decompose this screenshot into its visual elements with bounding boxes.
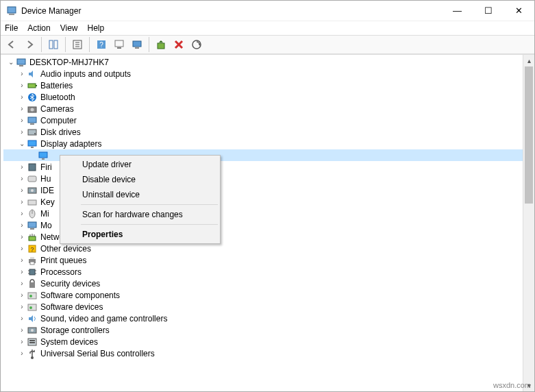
menu-action[interactable]: Action: [27, 23, 50, 33]
svg-point-34: [31, 189, 34, 192]
chevron-right-icon[interactable]: ›: [17, 163, 27, 171]
chevron-right-icon[interactable]: ›: [17, 128, 27, 136]
svg-rect-48: [30, 257, 34, 259]
maximize-button[interactable]: ☐: [473, 1, 503, 21]
chevron-right-icon[interactable]: ›: [17, 210, 27, 217]
chevron-right-icon[interactable]: ›: [17, 93, 27, 101]
svg-rect-12: [133, 41, 141, 47]
svg-rect-40: [30, 228, 34, 230]
tree-node[interactable]: ›Software devices: [3, 301, 523, 313]
chevron-right-icon[interactable]: ›: [17, 105, 27, 112]
device-category-icon: [27, 232, 38, 243]
tree-node[interactable]: ›Batteries: [3, 79, 523, 91]
chevron-right-icon[interactable]: ›: [17, 280, 27, 287]
computer-icon: [16, 57, 27, 68]
ctx-properties[interactable]: Properties: [62, 227, 219, 242]
menu-help[interactable]: Help: [88, 23, 105, 33]
tree-node[interactable]: ›Computer: [3, 114, 523, 126]
tree-node-label: Computer: [40, 116, 77, 125]
menu-view[interactable]: View: [60, 23, 78, 33]
tree-node[interactable]: ›Storage controllers: [3, 324, 523, 336]
chevron-down-icon[interactable]: ⌄: [6, 58, 16, 66]
chevron-down-icon[interactable]: ⌄: [17, 140, 27, 147]
device-category-icon: [27, 290, 38, 301]
chevron-right-icon[interactable]: ›: [17, 233, 27, 241]
scroll-up-button[interactable]: ▴: [523, 55, 534, 66]
svg-rect-55: [29, 282, 35, 288]
root-node[interactable]: ⌄ DESKTOP-MHJ7HK7: [3, 56, 523, 68]
chevron-right-icon[interactable]: ›: [17, 117, 27, 124]
device-category-icon: [27, 80, 38, 91]
device-category-icon: [38, 150, 49, 161]
chevron-right-icon[interactable]: ›: [17, 186, 27, 194]
minimize-button[interactable]: —: [442, 1, 473, 21]
svg-rect-14: [158, 43, 164, 49]
forward-button[interactable]: [21, 36, 38, 53]
device-category-icon: [27, 115, 38, 126]
chevron-right-icon[interactable]: ›: [17, 315, 27, 322]
tree-node-label: System devices: [40, 337, 98, 347]
close-button[interactable]: ✕: [503, 1, 534, 21]
svg-rect-29: [39, 152, 47, 158]
chevron-right-icon[interactable]: ›: [17, 303, 27, 310]
tree-node[interactable]: ›System devices: [3, 336, 523, 347]
titlebar: Device Manager — ☐ ✕: [1, 1, 534, 21]
ctx-disable-device[interactable]: Disable device: [62, 172, 219, 187]
svg-rect-10: [115, 40, 123, 47]
toolbar-separator: [89, 37, 90, 52]
show-hide-console-button[interactable]: [45, 36, 62, 53]
properties-button[interactable]: [69, 36, 86, 53]
tree-node[interactable]: ›Cameras: [3, 103, 523, 114]
back-button[interactable]: [3, 36, 20, 53]
svg-rect-18: [28, 84, 36, 88]
scroll-thumb[interactable]: [525, 66, 533, 204]
chevron-right-icon[interactable]: ›: [17, 338, 27, 345]
tree-node[interactable]: ›Print queues: [3, 254, 523, 266]
tree-node[interactable]: ›Disk drives: [3, 126, 523, 138]
tree-node[interactable]: ›Audio inputs and outputs: [3, 68, 523, 79]
chevron-right-icon[interactable]: ›: [17, 256, 27, 264]
chevron-right-icon[interactable]: ›: [17, 245, 27, 252]
tree-node[interactable]: ›Bluetooth: [3, 91, 523, 103]
tree-node[interactable]: ›Security devices: [3, 278, 523, 289]
update-driver-button[interactable]: [153, 36, 169, 53]
tree-node-label: IDE: [40, 186, 54, 195]
tree-node-label: Hu: [40, 174, 51, 184]
context-menu: Update driver Disable device Uninstall d…: [60, 155, 221, 244]
tree-node-label: Security devices: [40, 279, 100, 289]
chevron-right-icon[interactable]: ›: [17, 268, 27, 275]
scan-hardware-button[interactable]: [188, 36, 205, 53]
chevron-right-icon[interactable]: ›: [17, 326, 27, 334]
menu-file[interactable]: File: [5, 23, 18, 33]
tree-node[interactable]: ⌄Display adapters: [3, 138, 523, 149]
svg-rect-49: [30, 262, 34, 265]
ctx-uninstall-device[interactable]: Uninstall device: [62, 187, 219, 202]
device-category-icon: [27, 255, 38, 266]
tree-node[interactable]: ›Sound, video and game controllers: [3, 313, 523, 324]
chevron-right-icon[interactable]: ›: [17, 350, 27, 357]
svg-rect-24: [30, 123, 34, 125]
tree-node[interactable]: ›Software components: [3, 289, 523, 301]
tree-node[interactable]: ›?Other devices: [3, 243, 523, 254]
device-category-icon: [27, 348, 38, 359]
monitor-button[interactable]: [129, 36, 145, 53]
device-category-icon: ?: [27, 243, 38, 254]
help-button[interactable]: ?: [93, 36, 110, 53]
root-label: DESKTOP-MHJ7HK7: [29, 58, 109, 67]
chevron-right-icon[interactable]: ›: [17, 82, 27, 89]
ctx-scan-hardware[interactable]: Scan for hardware changes: [62, 207, 219, 222]
chevron-right-icon[interactable]: ›: [17, 70, 27, 77]
scrollbar[interactable]: ▴ ▾: [523, 55, 534, 391]
device-category-icon: [27, 336, 38, 347]
ctx-update-driver[interactable]: Update driver: [62, 157, 219, 172]
svg-rect-58: [28, 304, 36, 310]
tree-node[interactable]: ›Processors: [3, 266, 523, 278]
refresh-button[interactable]: [111, 36, 127, 53]
tree-node[interactable]: ›Universal Serial Bus controllers: [3, 347, 523, 359]
device-category-icon: [27, 127, 38, 138]
chevron-right-icon[interactable]: ›: [17, 175, 27, 182]
chevron-right-icon[interactable]: ›: [17, 198, 27, 206]
uninstall-button[interactable]: [171, 36, 187, 53]
chevron-right-icon[interactable]: ›: [17, 221, 27, 229]
chevron-right-icon[interactable]: ›: [17, 291, 27, 299]
